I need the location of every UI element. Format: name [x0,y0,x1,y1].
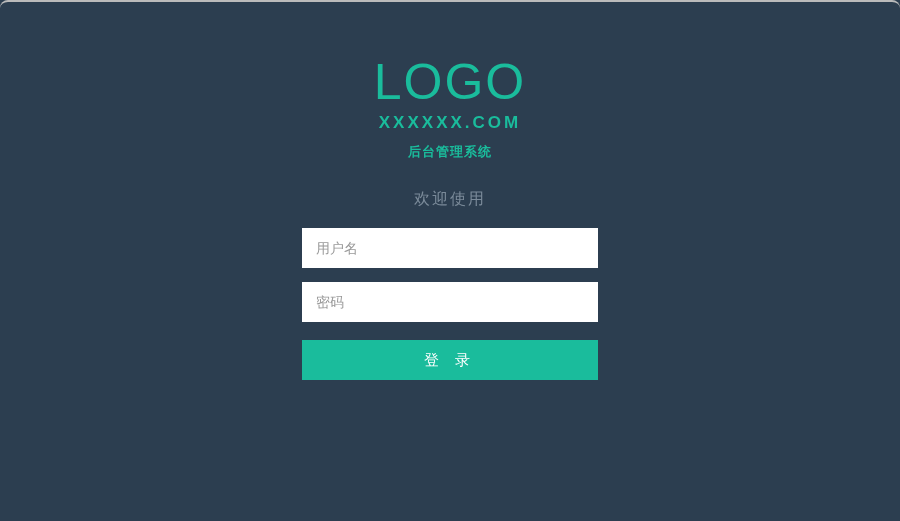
username-input[interactable] [302,228,598,268]
logo-text: LOGO [374,57,526,107]
subtitle-text: 后台管理系统 [408,143,492,161]
login-form: 登 录 [302,228,598,380]
login-container: LOGO XXXXXX.COM 后台管理系统 欢迎使用 登 录 [0,2,900,380]
welcome-text: 欢迎使用 [414,189,486,210]
password-input[interactable] [302,282,598,322]
domain-text: XXXXXX.COM [379,113,521,133]
login-button[interactable]: 登 录 [302,340,598,380]
